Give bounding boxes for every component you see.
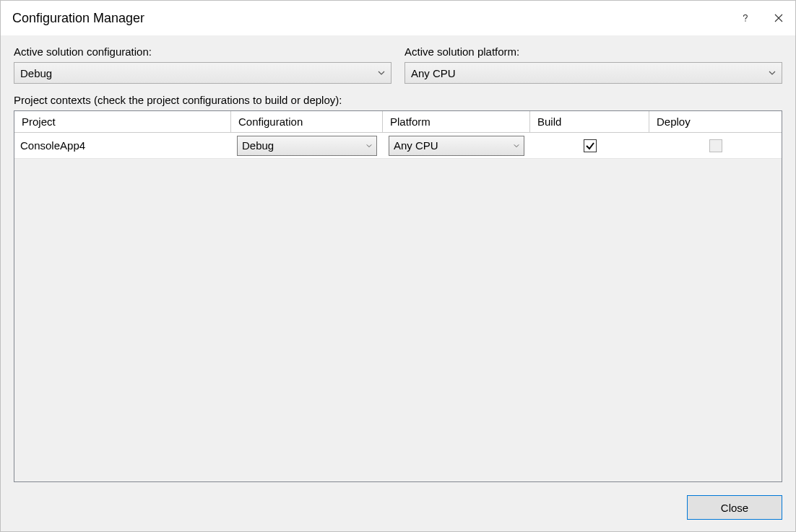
dialog-content: Active solution configuration: Debug Act…	[1, 35, 795, 531]
row-build-checkbox[interactable]	[584, 139, 597, 152]
svg-point-0	[745, 20, 746, 22]
project-contexts-grid: Project Configuration Platform Build Dep…	[14, 110, 782, 482]
close-button[interactable]: Close	[687, 495, 782, 520]
header-platform[interactable]: Platform	[383, 111, 530, 133]
checkmark-icon	[585, 141, 595, 151]
close-window-button[interactable]	[762, 1, 795, 35]
row-platform-dropdown[interactable]: Any CPU	[389, 136, 524, 156]
close-button-label: Close	[721, 502, 748, 514]
active-platform-value: Any CPU	[411, 67, 456, 79]
active-config-value: Debug	[20, 67, 52, 79]
chevron-down-icon	[378, 71, 385, 75]
row-configuration-dropdown[interactable]: Debug	[237, 136, 377, 156]
header-deploy[interactable]: Deploy	[649, 111, 782, 133]
active-config-dropdown[interactable]: Debug	[14, 62, 391, 84]
header-build[interactable]: Build	[530, 111, 649, 133]
chevron-down-icon	[514, 144, 519, 147]
dialog-footer: Close	[14, 495, 782, 520]
project-contexts-label: Project contexts (check the project conf…	[14, 94, 782, 106]
help-button[interactable]	[729, 1, 762, 35]
help-icon	[741, 12, 750, 24]
row-platform-value: Any CPU	[394, 139, 438, 152]
close-icon	[774, 14, 783, 22]
titlebar: Configuration Manager	[1, 1, 795, 35]
active-platform-label: Active solution platform:	[405, 45, 782, 58]
dialog-title: Configuration Manager	[12, 11, 144, 26]
header-project[interactable]: Project	[14, 111, 231, 133]
table-row: ConsoleApp4 Debug Any CPU	[14, 133, 782, 159]
row-configuration-value: Debug	[242, 139, 274, 152]
configuration-manager-dialog: Configuration Manager Active solution co…	[0, 0, 796, 532]
chevron-down-icon	[366, 144, 372, 147]
active-platform-dropdown[interactable]: Any CPU	[405, 62, 782, 84]
chevron-down-icon	[769, 71, 776, 75]
grid-body: ConsoleApp4 Debug Any CPU	[14, 133, 782, 481]
cell-project-name: ConsoleApp4	[14, 133, 231, 158]
grid-header-row: Project Configuration Platform Build Dep…	[14, 111, 782, 133]
active-config-label: Active solution configuration:	[14, 45, 391, 58]
row-deploy-checkbox	[709, 139, 722, 152]
header-configuration[interactable]: Configuration	[231, 111, 383, 133]
